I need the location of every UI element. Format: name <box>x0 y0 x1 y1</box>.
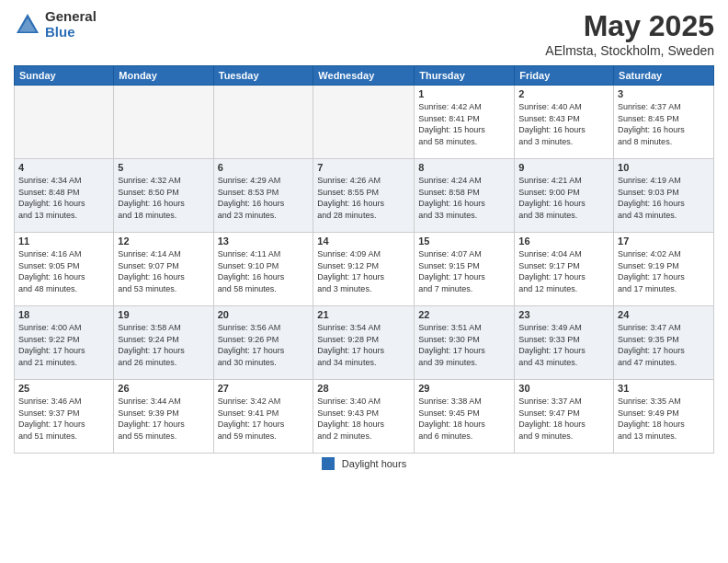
calendar-week-2: 4Sunrise: 4:34 AM Sunset: 8:48 PM Daylig… <box>15 159 714 233</box>
day-number: 29 <box>418 383 510 394</box>
calendar-cell: 18Sunrise: 4:00 AM Sunset: 9:22 PM Dayli… <box>15 306 114 380</box>
day-number: 30 <box>518 383 609 394</box>
day-number: 12 <box>118 236 209 247</box>
title-month: May 2025 <box>545 9 714 43</box>
day-number: 17 <box>618 236 710 247</box>
day-info: Sunrise: 3:56 AM Sunset: 9:26 PM Dayligh… <box>218 322 310 368</box>
day-number: 19 <box>118 309 209 320</box>
calendar-cell: 20Sunrise: 3:56 AM Sunset: 9:26 PM Dayli… <box>213 306 313 380</box>
calendar-header-friday: Friday <box>515 66 614 86</box>
day-info: Sunrise: 3:35 AM Sunset: 9:49 PM Dayligh… <box>618 396 710 442</box>
calendar-week-1: 1Sunrise: 4:42 AM Sunset: 8:41 PM Daylig… <box>15 86 714 159</box>
day-info: Sunrise: 3:40 AM Sunset: 9:43 PM Dayligh… <box>317 396 410 442</box>
day-number: 13 <box>218 236 310 247</box>
calendar-header-sunday: Sunday <box>15 66 114 86</box>
day-number: 8 <box>418 162 510 173</box>
day-info: Sunrise: 4:19 AM Sunset: 9:03 PM Dayligh… <box>618 175 710 221</box>
day-info: Sunrise: 4:34 AM Sunset: 8:48 PM Dayligh… <box>18 175 109 221</box>
day-number: 2 <box>518 88 609 99</box>
day-number: 23 <box>518 309 609 320</box>
day-info: Sunrise: 3:44 AM Sunset: 9:39 PM Dayligh… <box>118 396 209 442</box>
calendar-cell: 4Sunrise: 4:34 AM Sunset: 8:48 PM Daylig… <box>15 159 114 233</box>
logo-general: General <box>45 9 97 25</box>
day-number: 27 <box>218 383 310 394</box>
logo-blue: Blue <box>45 25 97 40</box>
calendar-week-4: 18Sunrise: 4:00 AM Sunset: 9:22 PM Dayli… <box>15 306 714 380</box>
calendar-cell: 19Sunrise: 3:58 AM Sunset: 9:24 PM Dayli… <box>114 306 213 380</box>
calendar-cell: 12Sunrise: 4:14 AM Sunset: 9:07 PM Dayli… <box>114 233 213 306</box>
day-number: 31 <box>618 383 710 394</box>
calendar-cell: 8Sunrise: 4:24 AM Sunset: 8:58 PM Daylig… <box>415 159 515 233</box>
day-number: 5 <box>118 162 209 173</box>
day-number: 22 <box>418 309 510 320</box>
day-number: 11 <box>18 236 109 247</box>
calendar-header-wednesday: Wednesday <box>313 66 415 86</box>
calendar-cell: 27Sunrise: 3:42 AM Sunset: 9:41 PM Dayli… <box>213 380 313 454</box>
header: General Blue May 2025 AElmsta, Stockholm… <box>14 9 714 58</box>
day-number: 21 <box>317 309 410 320</box>
day-number: 3 <box>618 88 710 99</box>
calendar-header-saturday: Saturday <box>614 66 714 86</box>
calendar-cell: 28Sunrise: 3:40 AM Sunset: 9:43 PM Dayli… <box>313 380 415 454</box>
calendar-cell: 23Sunrise: 3:49 AM Sunset: 9:33 PM Dayli… <box>515 306 614 380</box>
calendar-cell <box>213 86 313 159</box>
day-number: 20 <box>218 309 310 320</box>
calendar-cell: 9Sunrise: 4:21 AM Sunset: 9:00 PM Daylig… <box>515 159 614 233</box>
calendar-cell <box>15 86 114 159</box>
day-info: Sunrise: 3:54 AM Sunset: 9:28 PM Dayligh… <box>317 322 410 368</box>
calendar-cell: 3Sunrise: 4:37 AM Sunset: 8:45 PM Daylig… <box>614 86 714 159</box>
calendar-cell: 14Sunrise: 4:09 AM Sunset: 9:12 PM Dayli… <box>313 233 415 306</box>
day-info: Sunrise: 4:26 AM Sunset: 8:55 PM Dayligh… <box>317 175 410 221</box>
day-number: 1 <box>418 88 510 99</box>
day-number: 7 <box>317 162 410 173</box>
legend-text: Daylight hours <box>342 458 406 469</box>
calendar-cell: 10Sunrise: 4:19 AM Sunset: 9:03 PM Dayli… <box>614 159 714 233</box>
day-info: Sunrise: 3:38 AM Sunset: 9:45 PM Dayligh… <box>418 396 510 442</box>
calendar-cell: 15Sunrise: 4:07 AM Sunset: 9:15 PM Dayli… <box>415 233 515 306</box>
calendar-cell <box>114 86 213 159</box>
calendar-cell: 21Sunrise: 3:54 AM Sunset: 9:28 PM Dayli… <box>313 306 415 380</box>
day-info: Sunrise: 3:42 AM Sunset: 9:41 PM Dayligh… <box>218 396 310 442</box>
day-info: Sunrise: 3:51 AM Sunset: 9:30 PM Dayligh… <box>418 322 510 368</box>
day-info: Sunrise: 3:47 AM Sunset: 9:35 PM Dayligh… <box>618 322 710 368</box>
day-info: Sunrise: 4:11 AM Sunset: 9:10 PM Dayligh… <box>218 248 310 294</box>
calendar-cell: 31Sunrise: 3:35 AM Sunset: 9:49 PM Dayli… <box>614 380 714 454</box>
calendar-cell: 25Sunrise: 3:46 AM Sunset: 9:37 PM Dayli… <box>15 380 114 454</box>
day-number: 10 <box>618 162 710 173</box>
logo: General Blue <box>14 9 97 40</box>
logo-text: General Blue <box>45 9 97 40</box>
day-number: 16 <box>518 236 609 247</box>
day-info: Sunrise: 4:14 AM Sunset: 9:07 PM Dayligh… <box>118 248 209 294</box>
logo-icon <box>14 11 41 39</box>
day-number: 26 <box>118 383 209 394</box>
calendar-cell: 16Sunrise: 4:04 AM Sunset: 9:17 PM Dayli… <box>515 233 614 306</box>
calendar-cell: 1Sunrise: 4:42 AM Sunset: 8:41 PM Daylig… <box>415 86 515 159</box>
day-number: 25 <box>18 383 109 394</box>
day-info: Sunrise: 4:40 AM Sunset: 8:43 PM Dayligh… <box>518 101 609 147</box>
calendar-cell: 13Sunrise: 4:11 AM Sunset: 9:10 PM Dayli… <box>213 233 313 306</box>
day-number: 9 <box>518 162 609 173</box>
day-info: Sunrise: 4:16 AM Sunset: 9:05 PM Dayligh… <box>18 248 109 294</box>
day-info: Sunrise: 3:58 AM Sunset: 9:24 PM Dayligh… <box>118 322 209 368</box>
calendar-cell: 17Sunrise: 4:02 AM Sunset: 9:19 PM Dayli… <box>614 233 714 306</box>
day-info: Sunrise: 4:24 AM Sunset: 8:58 PM Dayligh… <box>418 175 510 221</box>
day-number: 14 <box>317 236 410 247</box>
day-info: Sunrise: 4:07 AM Sunset: 9:15 PM Dayligh… <box>418 248 510 294</box>
calendar-cell: 26Sunrise: 3:44 AM Sunset: 9:39 PM Dayli… <box>114 380 213 454</box>
calendar-table: SundayMondayTuesdayWednesdayThursdayFrid… <box>14 65 714 454</box>
title-location: AElmsta, Stockholm, Sweden <box>545 43 714 58</box>
calendar-cell: 6Sunrise: 4:29 AM Sunset: 8:53 PM Daylig… <box>213 159 313 233</box>
day-info: Sunrise: 3:49 AM Sunset: 9:33 PM Dayligh… <box>518 322 609 368</box>
day-info: Sunrise: 4:42 AM Sunset: 8:41 PM Dayligh… <box>418 101 510 147</box>
day-info: Sunrise: 4:32 AM Sunset: 8:50 PM Dayligh… <box>118 175 209 221</box>
calendar-cell: 24Sunrise: 3:47 AM Sunset: 9:35 PM Dayli… <box>614 306 714 380</box>
day-info: Sunrise: 4:00 AM Sunset: 9:22 PM Dayligh… <box>18 322 109 368</box>
day-number: 28 <box>317 383 410 394</box>
calendar-header-row: SundayMondayTuesdayWednesdayThursdayFrid… <box>15 66 714 86</box>
day-number: 24 <box>618 309 710 320</box>
day-info: Sunrise: 4:21 AM Sunset: 9:00 PM Dayligh… <box>518 175 609 221</box>
calendar-cell: 22Sunrise: 3:51 AM Sunset: 9:30 PM Dayli… <box>415 306 515 380</box>
day-info: Sunrise: 4:37 AM Sunset: 8:45 PM Dayligh… <box>618 101 710 147</box>
day-info: Sunrise: 3:37 AM Sunset: 9:47 PM Dayligh… <box>518 396 609 442</box>
day-number: 6 <box>218 162 310 173</box>
